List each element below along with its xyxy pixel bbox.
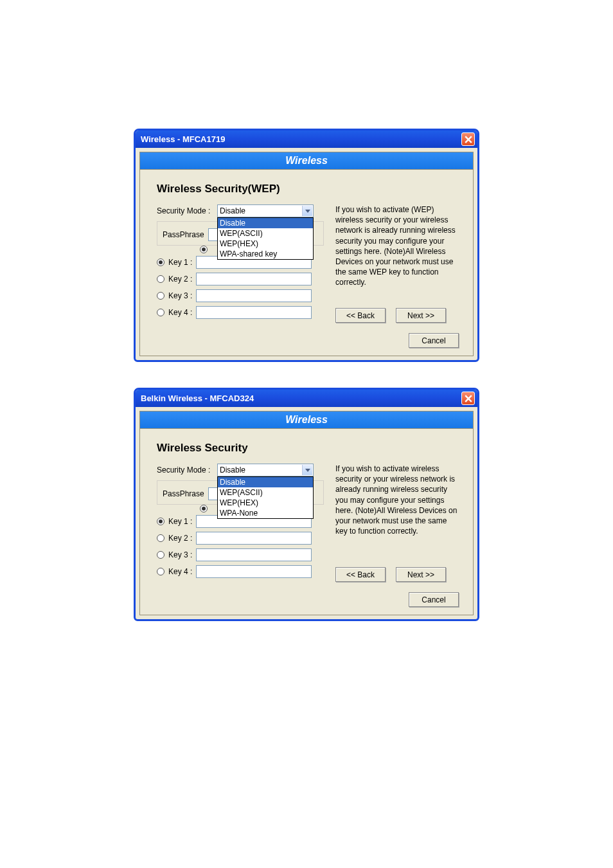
- section-title: Wireless Security(WEP): [157, 183, 459, 195]
- key-3-input[interactable]: [196, 548, 312, 561]
- page-banner: Wireless: [139, 152, 474, 170]
- key-4-label: Key 4 :: [168, 567, 192, 576]
- key-4-radio[interactable]: [157, 568, 164, 575]
- content-panel: Wireless Security Security Mode : Disabl…: [139, 429, 474, 615]
- dropdown-option-wep-ascii[interactable]: WEP(ASCII): [218, 228, 313, 239]
- security-mode-dropdown[interactable]: Disable WEP(ASCII) WEP(HEX) WPA-shared k…: [217, 217, 314, 260]
- passphrase-label: PassPhrase: [163, 230, 204, 239]
- key-1-label: Key 1 :: [168, 258, 192, 267]
- next-button[interactable]: Next >>: [396, 308, 446, 323]
- security-mode-label: Security Mode :: [157, 206, 217, 215]
- security-mode-dropdown[interactable]: Disable WEP(ASCII) WEP(HEX) WPA-None: [217, 476, 314, 519]
- chevron-down-icon: [302, 206, 312, 216]
- titlebar: Belkin Wireless - MFCAD324: [136, 390, 477, 407]
- key-3-radio[interactable]: [157, 551, 164, 559]
- key-2-input[interactable]: [196, 532, 312, 545]
- content-panel: Wireless Security(WEP) Security Mode : D…: [139, 170, 474, 356]
- security-mode-select[interactable]: Disable: [217, 204, 314, 217]
- close-button[interactable]: [461, 392, 475, 405]
- key-4-input[interactable]: [196, 306, 312, 319]
- wireless-dialog-1: Wireless - MFCA1719 Wireless Wireless Se…: [134, 129, 479, 362]
- passphrase-label: PassPhrase: [163, 489, 204, 498]
- close-icon: [465, 395, 472, 402]
- key-4-radio[interactable]: [157, 309, 164, 316]
- key-2-label: Key 2 :: [168, 275, 192, 284]
- passphrase-radio[interactable]: [200, 505, 208, 512]
- back-button[interactable]: << Back: [335, 567, 386, 582]
- dropdown-option-wep-hex[interactable]: WEP(HEX): [218, 239, 313, 249]
- dropdown-option-wep-ascii[interactable]: WEP(ASCII): [218, 487, 313, 498]
- key-3-label: Key 3 :: [168, 291, 192, 300]
- dropdown-option-disable[interactable]: Disable: [218, 477, 313, 487]
- help-text: If you wish to activate wireless securit…: [335, 464, 459, 536]
- dropdown-option-wep-hex[interactable]: WEP(HEX): [218, 498, 313, 508]
- back-button[interactable]: << Back: [335, 308, 386, 323]
- security-mode-value: Disable: [220, 466, 245, 475]
- key-1-radio[interactable]: [157, 258, 164, 266]
- key-1-label: Key 1 :: [168, 517, 192, 526]
- section-title: Wireless Security: [157, 442, 459, 455]
- close-icon: [465, 136, 472, 143]
- key-2-radio[interactable]: [157, 275, 164, 283]
- key-2-radio[interactable]: [157, 534, 164, 542]
- close-button[interactable]: [461, 132, 475, 146]
- dropdown-option-disable[interactable]: Disable: [218, 218, 313, 228]
- dropdown-option-wpa-shared[interactable]: WPA-shared key: [218, 249, 313, 259]
- key-3-radio[interactable]: [157, 292, 164, 300]
- security-mode-value: Disable: [220, 206, 245, 215]
- page-banner: Wireless: [139, 411, 474, 429]
- next-button[interactable]: Next >>: [396, 567, 446, 582]
- dropdown-option-wpa-none[interactable]: WPA-None: [218, 508, 313, 518]
- window-title: Belkin Wireless - MFCAD324: [141, 393, 254, 403]
- key-4-label: Key 4 :: [168, 308, 192, 317]
- cancel-button[interactable]: Cancel: [409, 333, 459, 348]
- passphrase-radio[interactable]: [200, 246, 208, 253]
- key-4-input[interactable]: [196, 565, 312, 578]
- key-2-label: Key 2 :: [168, 534, 192, 543]
- key-3-input[interactable]: [196, 289, 312, 302]
- chevron-down-icon: [302, 465, 312, 475]
- wireless-dialog-2: Belkin Wireless - MFCAD324 Wireless Wire…: [134, 388, 479, 621]
- window-title: Wireless - MFCA1719: [141, 134, 225, 144]
- key-3-label: Key 3 :: [168, 550, 192, 559]
- security-mode-label: Security Mode :: [157, 466, 217, 475]
- cancel-button[interactable]: Cancel: [409, 592, 459, 607]
- key-2-input[interactable]: [196, 273, 312, 285]
- help-text: If you wish to activate (WEP) wireless s…: [335, 204, 459, 288]
- security-mode-select[interactable]: Disable: [217, 464, 314, 476]
- titlebar: Wireless - MFCA1719: [136, 131, 477, 148]
- key-1-radio[interactable]: [157, 518, 164, 525]
